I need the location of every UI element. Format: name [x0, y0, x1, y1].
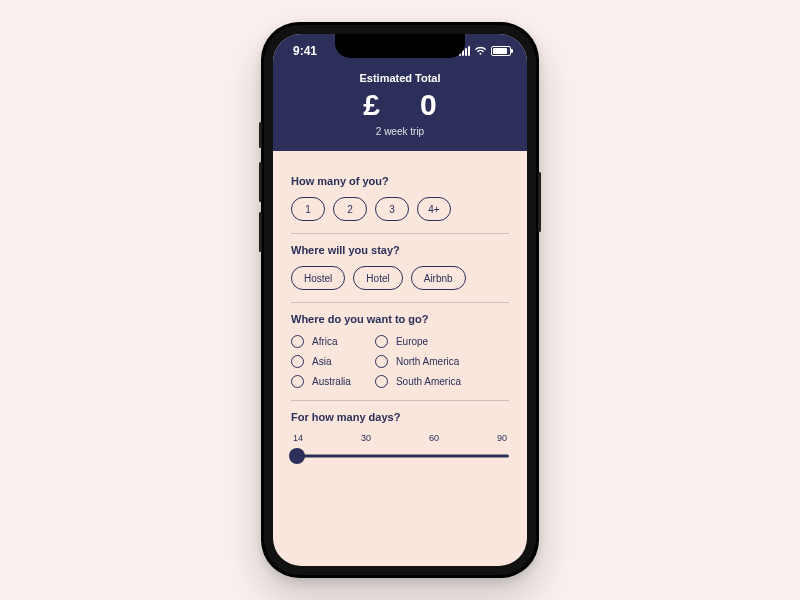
content: How many of you? 1 2 3 4+ Where will you…	[273, 151, 527, 487]
destination-label: Africa	[312, 336, 338, 347]
people-section: How many of you? 1 2 3 4+	[291, 165, 509, 234]
phone-frame: 9:41 Estimated Total £ 0 2 week trip How	[261, 22, 539, 578]
destination-north-america[interactable]: North America	[375, 355, 461, 368]
people-option-4plus[interactable]: 4+	[417, 197, 451, 221]
slider-track	[291, 455, 509, 458]
mute-switch	[259, 122, 262, 148]
people-option-2[interactable]: 2	[333, 197, 367, 221]
days-ticks: 14 30 60 90	[291, 433, 509, 443]
destination-col-right: Europe North America South America	[375, 335, 461, 388]
destination-label: Asia	[312, 356, 331, 367]
phone-bezel: 9:41 Estimated Total £ 0 2 week trip How	[264, 25, 536, 575]
screen: 9:41 Estimated Total £ 0 2 week trip How	[273, 34, 527, 566]
currency-symbol: £	[363, 88, 380, 122]
radio-icon	[375, 375, 388, 388]
tick-14: 14	[293, 433, 303, 443]
destination-options: Africa Asia Australia Europe North Ameri…	[291, 335, 509, 388]
status-time: 9:41	[293, 44, 317, 58]
trip-subtitle: 2 week trip	[273, 126, 527, 137]
destination-label: South America	[396, 376, 461, 387]
days-slider[interactable]	[291, 447, 509, 465]
status-right	[459, 46, 511, 56]
destination-australia[interactable]: Australia	[291, 375, 351, 388]
destination-europe[interactable]: Europe	[375, 335, 461, 348]
radio-icon	[291, 335, 304, 348]
volume-up-button	[259, 162, 262, 202]
destination-asia[interactable]: Asia	[291, 355, 351, 368]
stay-section: Where will you stay? Hostel Hotel Airbnb	[291, 234, 509, 303]
power-button	[538, 172, 541, 232]
radio-icon	[291, 355, 304, 368]
slider-thumb[interactable]	[289, 448, 305, 464]
radio-icon	[375, 335, 388, 348]
radio-icon	[375, 355, 388, 368]
stay-option-airbnb[interactable]: Airbnb	[411, 266, 466, 290]
destination-label: North America	[396, 356, 459, 367]
destination-label: Europe	[396, 336, 428, 347]
notch	[335, 34, 465, 58]
stay-option-hostel[interactable]: Hostel	[291, 266, 345, 290]
stay-question: Where will you stay?	[291, 244, 509, 256]
tick-30: 30	[361, 433, 371, 443]
total-row: £ 0	[273, 88, 527, 122]
destination-south-america[interactable]: South America	[375, 375, 461, 388]
wifi-icon	[474, 46, 487, 56]
destination-label: Australia	[312, 376, 351, 387]
destination-question: Where do you want to go?	[291, 313, 509, 325]
tick-60: 60	[429, 433, 439, 443]
destination-africa[interactable]: Africa	[291, 335, 351, 348]
battery-icon	[491, 46, 511, 56]
tick-90: 90	[497, 433, 507, 443]
radio-icon	[291, 375, 304, 388]
stay-option-hotel[interactable]: Hotel	[353, 266, 402, 290]
people-question: How many of you?	[291, 175, 509, 187]
people-options: 1 2 3 4+	[291, 197, 509, 221]
destination-col-left: Africa Asia Australia	[291, 335, 351, 388]
days-section: For how many days? 14 30 60 90	[291, 401, 509, 477]
estimated-total-label: Estimated Total	[273, 72, 527, 84]
destination-section: Where do you want to go? Africa Asia Aus…	[291, 303, 509, 401]
people-option-1[interactable]: 1	[291, 197, 325, 221]
people-option-3[interactable]: 3	[375, 197, 409, 221]
total-value: 0	[420, 88, 437, 122]
days-question: For how many days?	[291, 411, 509, 423]
volume-down-button	[259, 212, 262, 252]
stay-options: Hostel Hotel Airbnb	[291, 266, 509, 290]
